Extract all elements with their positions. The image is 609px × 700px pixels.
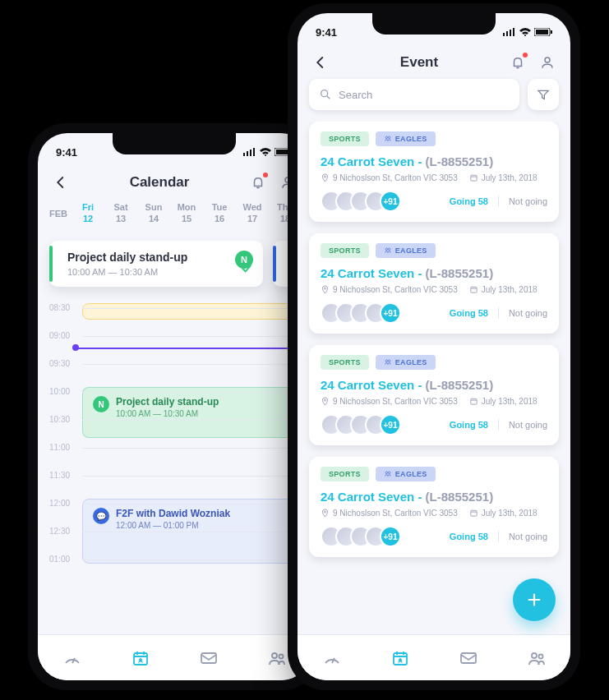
svg-point-10 [385,136,388,139]
svg-point-19 [388,360,390,362]
avatar-overflow[interactable]: +91 [380,191,401,212]
mail-icon [459,648,478,668]
time-label: 11:00 [49,440,82,452]
filter-button[interactable] [528,79,559,110]
back-button[interactable] [312,54,329,71]
tag-sport[interactable]: SPORTS [321,467,369,481]
calendar-day[interactable]: Sun14 [140,202,168,223]
event-code: (L-8855251) [426,154,494,168]
tag-team[interactable]: EAGLES [376,131,436,146]
filter-icon [537,88,550,101]
tag-sport[interactable]: SPORTS [321,131,369,146]
nav-people[interactable] [524,646,549,670]
going-button[interactable]: Going 58 [450,196,488,206]
featured-event-card[interactable]: Project daily stand-up10:00 AM — 10:30 A… [49,241,263,287]
svg-rect-40 [201,653,216,663]
avatar-overflow[interactable]: +91 [380,414,401,435]
notifications-button[interactable] [250,174,266,191]
time-label: 09:00 [49,328,82,340]
calendar-day[interactable]: Mon15 [173,202,201,223]
svg-point-11 [388,136,390,139]
search-input[interactable]: Search [309,79,519,110]
plus-icon [525,591,543,609]
nav-calendar[interactable] [128,646,153,670]
attendee-avatars[interactable]: +91 [321,191,401,212]
event-card[interactable]: SPORTSEAGLES24 Carrot Seven - (L-8855251… [309,345,559,445]
day-of-week: Wed [242,202,261,212]
attendee-avatars[interactable]: +91 [321,414,401,435]
calendar-day[interactable]: Wed17 [238,202,266,223]
svg-point-15 [388,248,390,251]
event-location: 9 Nichoslson St, Carlton VIC 3053 [321,509,458,518]
going-button[interactable]: Going 58 [450,532,488,541]
event-card[interactable]: SPORTSEAGLES24 Carrot Seven - (L-8855251… [309,457,559,557]
day-of-week: Sat [113,202,127,212]
page-title: Calendar [130,174,190,191]
svg-rect-25 [471,510,477,516]
svg-rect-0 [503,33,505,36]
profile-button[interactable] [539,54,556,71]
nav-mail[interactable] [196,646,221,670]
calendar-day[interactable]: Tue16 [205,202,233,223]
svg-point-22 [385,472,388,474]
svg-rect-33 [253,148,255,156]
svg-rect-13 [471,175,477,181]
svg-point-16 [324,288,325,289]
back-button[interactable] [53,174,69,191]
tag-team[interactable]: EAGLES [376,243,436,258]
calendar-mini-icon [469,285,478,294]
event-location: 9 Nichoslson St, Carlton VIC 3053 [321,397,458,406]
tag-team[interactable]: EAGLES [376,467,436,481]
nav-calendar[interactable] [388,646,413,670]
event-card[interactable]: SPORTSEAGLES24 Carrot Seven - (L-8855251… [309,233,559,334]
battery-icon [534,28,552,36]
nav-dashboard[interactable] [60,646,85,670]
nav-people[interactable] [265,646,289,670]
status-time: 9:41 [316,26,337,39]
time-label: 08:30 [49,300,82,312]
event-name: 24 Carrot Seven [321,154,414,168]
timeline-row: 09:00 [49,328,299,356]
time-label: 12:30 [49,523,82,536]
day-of-week: Tue [212,202,228,212]
svg-point-28 [532,653,537,658]
time-label: 09:30 [49,356,82,368]
day-number: 15 [182,214,191,223]
calendar-timeline[interactable]: NProject daily stand-up10:00 AM — 10:30 … [38,300,311,579]
avatar-overflow[interactable]: +91 [380,526,401,547]
attendee-avatars[interactable]: +91 [321,526,401,547]
nav-mail[interactable] [456,646,481,670]
going-button[interactable]: Going 58 [450,420,488,430]
event-card[interactable]: SPORTSEAGLES24 Carrot Seven - (L-8855251… [309,122,559,222]
day-number: 17 [247,214,257,223]
not-going-button[interactable]: Not going [509,308,547,318]
going-button[interactable]: Going 58 [450,308,488,318]
svg-rect-7 [551,30,552,34]
location-icon [321,509,330,518]
event-code: (L-8855251) [426,490,494,504]
timeline-row: 09:30 [49,356,299,384]
notifications-button[interactable] [510,54,526,71]
not-going-button[interactable]: Not going [509,532,547,541]
attendee-avatars[interactable]: +91 [321,302,401,324]
svg-point-20 [324,399,325,401]
add-event-button[interactable] [513,578,556,621]
tag-team[interactable]: EAGLES [376,355,436,370]
avatar-overflow[interactable]: +91 [380,302,401,324]
event-location: 9 Nichoslson St, Carlton VIC 3053 [321,285,458,294]
event-list[interactable]: SPORTSEAGLES24 Carrot Seven - (L-8855251… [298,122,570,631]
tag-sport[interactable]: SPORTS [321,243,369,258]
tag-sport[interactable]: SPORTS [321,355,369,370]
event-date: July 13th, 2018 [469,285,537,294]
calendar-day[interactable]: Fri12 [74,202,102,223]
notification-dot [263,173,268,177]
nav-dashboard[interactable] [320,646,344,670]
calendar-day-strip[interactable]: FEB Fri12Sat13Sun14Mon15Tue16Wed17Thu18 [38,199,311,233]
featured-events-carousel[interactable]: Project daily stand-up10:00 AM — 10:30 A… [38,233,311,300]
svg-point-24 [324,511,325,513]
calendar-day[interactable]: Sat13 [107,202,135,223]
signal-icon [243,148,256,156]
not-going-button[interactable]: Not going [509,196,547,206]
not-going-button[interactable]: Not going [509,420,547,430]
wifi-icon [519,28,531,36]
